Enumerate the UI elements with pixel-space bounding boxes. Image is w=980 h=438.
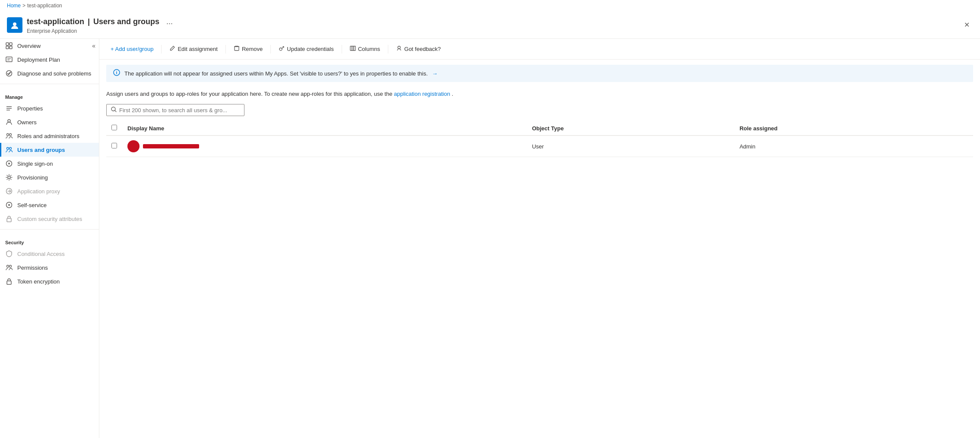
sidebar-item-roles[interactable]: Roles and administrators: [0, 129, 99, 143]
feedback-button[interactable]: Got feedback?: [392, 43, 445, 55]
svg-rect-4: [6, 46, 9, 49]
select-all-checkbox[interactable]: [111, 125, 117, 130]
search-bar: [106, 104, 244, 116]
custom-security-icon: [5, 215, 13, 223]
svg-point-16: [10, 134, 12, 136]
row-checkbox-cell: [106, 135, 122, 157]
toolbar-sep-4: [342, 45, 342, 54]
more-button[interactable]: ...: [163, 16, 176, 28]
users-table: Display Name Object Type Role assigned: [106, 121, 973, 157]
self-service-icon: [5, 201, 13, 209]
table-col-object-type: Object Type: [527, 121, 734, 135]
svg-point-14: [8, 120, 10, 122]
svg-rect-29: [235, 47, 239, 50]
toolbar-sep-2: [225, 45, 226, 54]
breadcrumb-current: test-application: [27, 3, 62, 9]
description-text: Assign users and groups to app-roles for…: [99, 87, 980, 102]
sidebar-item-token-encryption[interactable]: Token encryption: [0, 274, 99, 288]
svg-rect-33: [354, 46, 355, 50]
app-avatar: [7, 17, 22, 33]
info-banner-link[interactable]: →: [432, 70, 438, 77]
svg-point-34: [398, 46, 400, 49]
breadcrumb: Home > test-application: [0, 0, 980, 11]
svg-point-21: [8, 176, 10, 179]
deployment-icon: [5, 56, 13, 63]
search-input[interactable]: [119, 107, 240, 113]
update-credentials-label: Update credentials: [287, 46, 333, 52]
custom-security-label: Custom security attributes: [17, 216, 82, 222]
sidebar: « Overview Deployment Plan: [0, 39, 99, 438]
svg-point-1: [13, 22, 16, 26]
users-groups-label: Users and groups: [17, 147, 65, 153]
sidebar-item-properties[interactable]: Properties: [0, 101, 99, 115]
token-encryption-label: Token encryption: [17, 278, 60, 285]
svg-point-17: [7, 148, 9, 150]
remove-button[interactable]: Remove: [229, 43, 267, 55]
sidebar-item-self-service[interactable]: Self-service: [0, 198, 99, 212]
sidebar-item-sso[interactable]: Single sign-on: [0, 157, 99, 170]
columns-button[interactable]: Columns: [346, 43, 384, 55]
close-button[interactable]: ✕: [961, 19, 973, 31]
redacted-name: [143, 144, 199, 148]
sidebar-item-provisioning[interactable]: Provisioning: [0, 170, 99, 184]
svg-point-26: [7, 265, 9, 268]
manage-section-label: Manage: [0, 88, 99, 101]
user-avatar-cell: [127, 140, 522, 152]
description-suffix: .: [452, 91, 454, 97]
divider-manage: [0, 84, 99, 84]
update-credentials-button[interactable]: Update credentials: [274, 43, 338, 55]
svg-point-24: [8, 204, 10, 206]
table-col-check: [106, 121, 122, 135]
layout: « Overview Deployment Plan: [0, 39, 980, 438]
app-proxy-icon: [5, 187, 13, 195]
owners-icon: [5, 118, 13, 126]
table-col-role: Role assigned: [734, 121, 973, 135]
sidebar-item-deployment[interactable]: Deployment Plan: [0, 53, 99, 66]
sidebar-item-app-proxy[interactable]: Application proxy: [0, 184, 99, 198]
roles-icon: [5, 132, 13, 140]
sidebar-item-conditional-access[interactable]: Conditional Access: [0, 247, 99, 261]
svg-rect-6: [6, 57, 12, 62]
self-service-label: Self-service: [17, 202, 47, 208]
header-subtitle: Enterprise Application: [27, 28, 961, 34]
sidebar-item-diagnose[interactable]: Diagnose and solve problems: [0, 66, 99, 80]
users-groups-icon: [5, 146, 13, 154]
row-checkbox[interactable]: [111, 143, 117, 148]
key-icon: [279, 45, 285, 53]
sso-label: Single sign-on: [17, 161, 53, 167]
remove-icon: [234, 45, 240, 53]
edit-assignment-button[interactable]: Edit assignment: [165, 43, 222, 55]
header-title-block: test-application | Users and groups ... …: [27, 16, 961, 34]
add-user-group-button[interactable]: + Add user/group: [106, 44, 158, 54]
remove-label: Remove: [242, 46, 263, 52]
svg-rect-3: [10, 43, 12, 45]
table-body: User Admin: [106, 135, 973, 157]
row-display-name-cell: [122, 135, 527, 157]
diagnose-icon: [5, 69, 13, 77]
svg-point-37: [116, 71, 117, 71]
sidebar-item-users-groups[interactable]: Users and groups: [0, 143, 99, 157]
feedback-label: Got feedback?: [404, 46, 441, 52]
token-encryption-icon: [5, 277, 13, 285]
divider-security: [0, 229, 99, 230]
app-registration-link[interactable]: application registration: [394, 91, 450, 97]
overview-label: Overview: [17, 43, 41, 49]
info-icon: [113, 69, 120, 78]
svg-rect-28: [7, 281, 11, 284]
toolbar-sep-1: [161, 45, 162, 54]
description-prefix: Assign users and groups to app-roles for…: [106, 91, 394, 97]
svg-point-30: [279, 48, 282, 50]
svg-rect-5: [10, 46, 12, 49]
info-banner: The application will not appear for assi…: [106, 65, 973, 82]
sidebar-item-custom-security[interactable]: Custom security attributes: [0, 212, 99, 226]
table-header: Display Name Object Type Role assigned: [106, 121, 973, 135]
svg-point-27: [10, 265, 12, 268]
columns-label: Columns: [358, 46, 380, 52]
sidebar-item-permissions[interactable]: Permissions: [0, 261, 99, 274]
sidebar-item-owners[interactable]: Owners: [0, 115, 99, 129]
row-role-cell: Admin: [734, 135, 973, 157]
breadcrumb-home[interactable]: Home: [7, 3, 21, 9]
conditional-access-label: Conditional Access: [17, 251, 65, 257]
sidebar-item-overview[interactable]: Overview: [0, 39, 99, 53]
top-header: test-application | Users and groups ... …: [0, 11, 980, 39]
